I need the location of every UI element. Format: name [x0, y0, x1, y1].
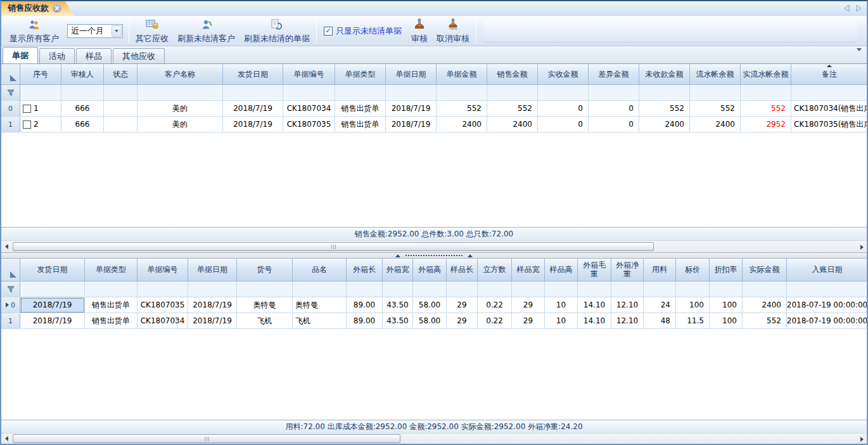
row-header[interactable]: 0	[1, 101, 20, 117]
grid-cell[interactable]: 29	[447, 297, 478, 313]
header-cell[interactable]: 标价	[676, 259, 710, 281]
filter-cell[interactable]	[791, 85, 867, 101]
grid-cell[interactable]: 美的	[137, 117, 223, 132]
grid-cell[interactable]: 飞机	[293, 313, 347, 329]
filter-cell[interactable]	[61, 85, 104, 101]
header-cell[interactable]: 用料	[644, 259, 676, 281]
grid-cell[interactable]: 11.5	[676, 313, 710, 329]
refresh-unsettled-documents-button[interactable]: 刷新未结清的单据	[239, 17, 314, 45]
close-icon[interactable]	[53, 4, 61, 13]
grid-cell[interactable]: 销售出货单	[335, 101, 386, 117]
grid-cell[interactable]: 2018/7/19	[188, 313, 237, 329]
header-cell[interactable]: 发货日期	[20, 259, 85, 281]
header-cell[interactable]: 单据金额	[437, 64, 487, 85]
row-checkbox[interactable]	[23, 105, 31, 113]
filter-cell[interactable]	[743, 281, 787, 297]
grid-cell[interactable]: 2018/7/19	[20, 313, 85, 329]
header-cell[interactable]: 实收金额	[538, 64, 589, 85]
scroll-left-arrow-icon[interactable]	[1, 242, 11, 252]
select-all-corner[interactable]	[1, 64, 20, 85]
filter-cell[interactable]	[237, 281, 293, 297]
grid-cell[interactable]: 2018/7/19	[386, 117, 437, 132]
grid-cell[interactable]: 29	[447, 313, 478, 329]
grid-cell[interactable]: 0	[538, 117, 589, 132]
header-cell[interactable]: 品名	[293, 259, 347, 281]
grid-cell[interactable]: 29	[512, 313, 545, 329]
grid-cell[interactable]: 10	[545, 313, 578, 329]
filter-cell[interactable]	[85, 281, 137, 297]
row-checkbox[interactable]	[23, 120, 31, 129]
scroll-right-icon[interactable]	[856, 4, 862, 12]
grid-cell[interactable]: 奥特曼	[293, 297, 347, 313]
filter-cell[interactable]	[283, 85, 335, 101]
filter-cell[interactable]	[293, 281, 347, 297]
grid-cell[interactable]: 666	[61, 101, 104, 117]
header-cell[interactable]: 销售金额	[487, 64, 538, 85]
grid-cell[interactable]: 销售出货单	[85, 313, 137, 329]
header-cell[interactable]: 实际金额	[743, 259, 787, 281]
refresh-unsettled-customers-button[interactable]: 刷新未结清客户	[173, 17, 239, 45]
filter-cell[interactable]	[545, 281, 578, 297]
header-cell[interactable]: 实流水帐余额	[741, 64, 791, 85]
grid-cell[interactable]: 2952	[741, 117, 791, 132]
header-cell[interactable]: 差异金额	[589, 64, 639, 85]
filter-cell[interactable]	[447, 281, 478, 297]
grid-cell[interactable]: 2400	[487, 117, 538, 132]
grid-cell[interactable]: 2018/7/19	[188, 297, 237, 313]
grid-cell[interactable]: 552	[741, 101, 791, 117]
grid-cell[interactable]: 2	[20, 117, 61, 132]
filter-cell[interactable]	[383, 281, 413, 297]
scroll-right-arrow-icon[interactable]	[857, 434, 867, 444]
header-cell[interactable]: 状态	[104, 64, 137, 85]
header-cell[interactable]: 序号	[20, 64, 61, 85]
grid-cell[interactable]: 100	[710, 297, 743, 313]
grid-cell[interactable]: 2400	[639, 117, 690, 132]
header-cell[interactable]: 样品高	[545, 259, 578, 281]
select-all-corner[interactable]	[1, 259, 20, 281]
grid-cell[interactable]: 2400	[437, 117, 487, 132]
detail-hscrollbar[interactable]	[1, 433, 867, 444]
grid-cell[interactable]	[104, 117, 137, 132]
grid-cell[interactable]: CK1807035	[137, 297, 188, 313]
grid-cell[interactable]: 12.10	[611, 313, 644, 329]
grid-cell[interactable]: 2018/7/19	[386, 101, 437, 117]
grid-cell[interactable]: 14.10	[578, 297, 611, 313]
grid-cell[interactable]: 2018-07-19 00:00:00	[787, 297, 867, 313]
tab-activities[interactable]: 活动	[39, 48, 75, 63]
filter-cell[interactable]	[676, 281, 710, 297]
header-cell[interactable]: 单据日期	[188, 259, 237, 281]
grid-cell[interactable]: 100	[676, 297, 710, 313]
grid-cell[interactable]: CK1807034(销售出库)	[791, 101, 867, 117]
filter-cell[interactable]	[741, 85, 791, 101]
header-cell[interactable]: 发货日期	[223, 64, 283, 85]
cancel-audit-button[interactable]: 取消审核	[432, 17, 474, 45]
grid-cell[interactable]: 销售出货单	[85, 297, 137, 313]
filter-cell[interactable]	[578, 281, 611, 297]
header-cell[interactable]: 流水帐余额	[690, 64, 741, 85]
only-unsettled-checkbox[interactable]: ✓ 只显示未结清单据	[319, 25, 407, 37]
grid-cell[interactable]: 43.50	[383, 313, 413, 329]
filter-cell[interactable]	[137, 281, 188, 297]
header-cell[interactable]: 外箱宽	[383, 259, 413, 281]
grid-cell[interactable]: 美的	[137, 101, 223, 117]
collapse-up-icon[interactable]	[395, 254, 400, 257]
grid-cell[interactable]: 58.00	[413, 313, 447, 329]
grid-cell[interactable]: 48	[644, 313, 676, 329]
grid-cell[interactable]: 552	[639, 101, 690, 117]
grid-cell[interactable]: 552	[743, 313, 787, 329]
filter-cell[interactable]	[690, 85, 741, 101]
header-cell[interactable]: 折扣率	[710, 259, 743, 281]
filter-cell[interactable]	[487, 85, 538, 101]
scroll-right-arrow-icon[interactable]	[857, 242, 867, 252]
filter-cell[interactable]	[20, 281, 85, 297]
grid-cell[interactable]: 666	[61, 117, 104, 132]
grid-cell[interactable]: 2018/7/19	[20, 297, 85, 313]
filter-cell[interactable]	[512, 281, 545, 297]
receivables-hscrollbar[interactable]	[1, 240, 867, 252]
grid-cell[interactable]: 奥特曼	[237, 297, 293, 313]
filter-cell[interactable]	[538, 85, 589, 101]
filter-cell[interactable]	[710, 281, 743, 297]
header-cell[interactable]: 单据类型	[85, 259, 137, 281]
grid-cell[interactable]: 24	[644, 297, 676, 313]
filter-cell[interactable]	[386, 85, 437, 101]
